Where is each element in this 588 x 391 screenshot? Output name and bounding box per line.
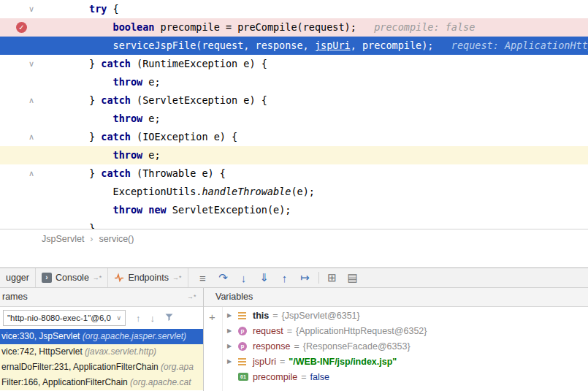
variable-value: {ResponseFacade@6353} bbox=[303, 341, 411, 352]
variable-value: "/WEB-INF/jsp/index.jsp" bbox=[289, 357, 397, 367]
code-text: new bbox=[148, 204, 166, 216]
endpoints-icon bbox=[114, 273, 124, 283]
code-text: handleThrowable bbox=[202, 186, 291, 197]
code-text: catch bbox=[101, 131, 131, 143]
step-out-icon[interactable]: ↑ bbox=[275, 272, 295, 284]
add-watch-icon[interactable]: + bbox=[209, 311, 215, 323]
frames-toolbar: ↑ ↓ bbox=[136, 312, 174, 324]
frames-panel: "http-nio-8080-exec-1"@6,0 ∨ ↑ ↓ vice:33… bbox=[0, 307, 203, 391]
variables-side-toolbar: + bbox=[204, 307, 223, 391]
equals-sign: = bbox=[297, 372, 310, 382]
code-line[interactable]: ∧ } catch (Throwable e) { bbox=[0, 164, 588, 183]
layout-settings-icon[interactable]: ▤ bbox=[343, 271, 363, 284]
code-editor[interactable]: ∨ try {✓ boolean precompile = preCompile… bbox=[0, 0, 588, 229]
code-line[interactable]: ∧ } catch (IOException e) { bbox=[0, 128, 588, 146]
variables-tree: ▶this={JspServlet@6351}▶prequest={Applic… bbox=[223, 308, 588, 384]
chevron-down-icon: ∨ bbox=[116, 314, 121, 322]
frame-package: (org.apache.cat bbox=[130, 377, 191, 387]
expand-icon[interactable]: ▶ bbox=[227, 327, 238, 334]
variable-name: request bbox=[253, 326, 283, 336]
settings-menu-icon[interactable]: ≡ bbox=[193, 272, 213, 284]
expand-icon[interactable]: ▶ bbox=[227, 343, 238, 349]
thread-selector[interactable]: "http-nio-8080-exec-1"@6,0 ∨ bbox=[3, 310, 126, 326]
code-text bbox=[42, 149, 113, 161]
frames-list: vice:330, JspServlet (org.apache.jasper.… bbox=[0, 329, 203, 390]
code-text: serviceJspFile(request, response, bbox=[42, 39, 315, 51]
code-text: jspUri bbox=[315, 39, 351, 51]
fold-down-icon[interactable]: ∨ bbox=[28, 0, 34, 18]
tab-console[interactable]: › Console →* bbox=[36, 268, 108, 287]
step-over-icon[interactable]: ↷ bbox=[213, 271, 234, 284]
fold-up-icon[interactable]: ∧ bbox=[28, 164, 34, 183]
equals-sign: = bbox=[290, 341, 302, 352]
frame-package: (javax.servlet.http) bbox=[85, 346, 156, 357]
tab-debugger-label: ugger bbox=[6, 273, 29, 283]
code-text: } bbox=[42, 222, 95, 229]
variable-row[interactable]: ▶jspUri="/WEB-INF/jsp/index.jsp" bbox=[223, 354, 588, 369]
code-text: { bbox=[107, 3, 118, 15]
code-line[interactable]: ∨ } catch (RuntimeException e) { bbox=[0, 55, 588, 73]
code-text: catch bbox=[101, 94, 131, 106]
code-text bbox=[42, 3, 89, 15]
code-text: (RuntimeException e) { bbox=[131, 58, 267, 69]
breadcrumb-method[interactable]: service() bbox=[99, 234, 134, 244]
tab-endpoints[interactable]: Endpoints →* bbox=[108, 268, 188, 287]
code-text: try bbox=[89, 3, 107, 15]
code-text: e; bbox=[142, 76, 160, 88]
frame-row[interactable]: ernalDoFilter:231, ApplicationFilterChai… bbox=[0, 360, 203, 375]
next-frame-icon[interactable]: ↓ bbox=[150, 313, 156, 324]
tab-arrow-icon: →* bbox=[172, 274, 182, 281]
evaluate-expression-icon[interactable]: ⊞ bbox=[322, 271, 343, 284]
parameter-icon: p bbox=[238, 327, 249, 335]
code-text bbox=[42, 21, 113, 33]
code-area: ∨ try {✓ boolean precompile = preCompile… bbox=[0, 0, 588, 229]
toolbar-separator bbox=[318, 272, 319, 284]
hide-library-frames-icon[interactable] bbox=[164, 312, 174, 324]
code-line[interactable]: throw new ServletException(e); bbox=[0, 201, 588, 219]
value-icon bbox=[238, 357, 249, 366]
frame-row[interactable]: vice:742, HttpServlet (javax.servlet.htt… bbox=[0, 344, 203, 360]
expand-icon[interactable]: ▶ bbox=[227, 358, 238, 365]
code-line[interactable]: serviceJspFile(request, response, jspUri… bbox=[0, 37, 588, 55]
code-text: (ServletException e) { bbox=[131, 94, 267, 106]
breadcrumb-separator-icon: › bbox=[90, 234, 93, 244]
run-to-cursor-icon[interactable]: ↦ bbox=[295, 271, 316, 284]
code-line[interactable]: throw e; bbox=[0, 110, 588, 128]
code-line[interactable]: throw e; bbox=[0, 73, 588, 91]
code-text: e; bbox=[142, 113, 160, 124]
expand-icon[interactable]: ▶ bbox=[227, 312, 238, 319]
variable-row[interactable]: 01precompile=false bbox=[223, 369, 588, 384]
equals-sign: = bbox=[269, 311, 281, 321]
code-text: ServletException(e); bbox=[167, 204, 291, 216]
value-icon bbox=[238, 311, 249, 320]
force-step-into-icon[interactable]: ⇓ bbox=[254, 271, 275, 284]
variable-value: {JspServlet@6351} bbox=[282, 311, 360, 321]
tab-console-label: Console bbox=[56, 273, 89, 283]
code-line[interactable]: } bbox=[0, 219, 588, 229]
variable-row[interactable]: ▶presponse={ResponseFacade@6353} bbox=[223, 338, 588, 354]
breadcrumb-class[interactable]: JspServlet bbox=[42, 234, 84, 244]
frame-location: Filter:166, ApplicationFilterChain bbox=[1, 377, 130, 387]
fold-up-icon[interactable]: ∧ bbox=[28, 91, 34, 110]
previous-frame-icon[interactable]: ↑ bbox=[136, 313, 141, 324]
step-into-icon[interactable]: ↓ bbox=[234, 272, 254, 284]
code-text: throw bbox=[113, 113, 143, 124]
code-line[interactable]: ✓ boolean precompile = preCompile(reques… bbox=[0, 18, 588, 37]
frame-row[interactable]: vice:330, JspServlet (org.apache.jasper.… bbox=[0, 329, 203, 344]
variable-value: {ApplicationHttpRequest@6352} bbox=[296, 326, 427, 336]
variable-row[interactable]: ▶prequest={ApplicationHttpRequest@6352} bbox=[223, 323, 588, 338]
breakpoint-icon[interactable]: ✓ bbox=[16, 22, 27, 33]
tab-arrow-icon: →* bbox=[93, 274, 102, 281]
fold-down-icon[interactable]: ∨ bbox=[28, 55, 34, 73]
tab-debugger[interactable]: ugger bbox=[0, 268, 36, 287]
code-text: catch bbox=[101, 58, 131, 69]
variable-name: jspUri bbox=[253, 357, 276, 367]
code-line[interactable]: ∧ } catch (ServletException e) { bbox=[0, 91, 588, 110]
frame-row[interactable]: Filter:166, ApplicationFilterChain (org.… bbox=[0, 375, 203, 390]
code-line[interactable]: ∨ try { bbox=[0, 0, 588, 18]
variable-row[interactable]: ▶this={JspServlet@6351} bbox=[223, 308, 588, 323]
code-line[interactable]: ExceptionUtils.handleThrowable(e); bbox=[0, 183, 588, 201]
code-text: } bbox=[42, 131, 101, 143]
code-line[interactable]: throw e; bbox=[0, 146, 588, 164]
fold-up-icon[interactable]: ∧ bbox=[28, 128, 34, 146]
